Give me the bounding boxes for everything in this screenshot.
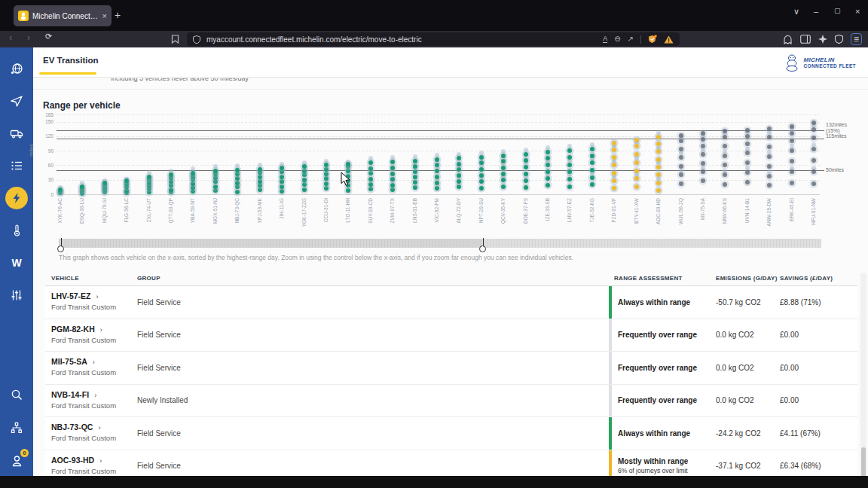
chart-point[interactable] (701, 178, 705, 183)
chart-point[interactable] (745, 170, 750, 175)
chart-point[interactable] (390, 160, 395, 164)
chart-point[interactable] (213, 185, 218, 189)
slider-handle-right[interactable] (479, 238, 487, 255)
chart-point[interactable] (612, 163, 616, 167)
translate-icon[interactable]: A (603, 35, 607, 43)
chart-point[interactable] (501, 166, 506, 170)
sidebar-item-tracking[interactable] (9, 93, 24, 108)
table-row[interactable]: AOC-93-HD›Ford Transit CustomField Servi… (45, 450, 857, 477)
table-row[interactable]: NVB-14-FI›Ford Transit CustomNewly Insta… (45, 385, 857, 418)
chevron-right-icon[interactable]: › (94, 392, 96, 399)
vehicle-cell[interactable]: PGM-82-KH›Ford Transit Custom (51, 325, 116, 344)
table-row[interactable]: PGM-82-KH›Ford Transit CustomField Servi… (45, 319, 857, 352)
ghost-extension-icon[interactable] (783, 35, 793, 44)
chart-point[interactable] (590, 168, 594, 172)
chart-point[interactable] (790, 148, 794, 153)
chevron-right-icon[interactable]: › (96, 293, 99, 300)
chart-point[interactable] (258, 183, 262, 188)
chart-point[interactable] (302, 178, 307, 182)
chart-point[interactable] (324, 181, 329, 186)
chart-point[interactable] (656, 149, 661, 154)
tab-list-icon[interactable]: ∨ (793, 7, 799, 17)
chart-point[interactable] (767, 174, 772, 178)
chart-point[interactable] (390, 188, 395, 192)
new-tab-button[interactable]: + (115, 9, 121, 21)
url-bar[interactable]: myaccount.connectedfleet.michelin.com/el… (187, 32, 680, 46)
minimize-icon[interactable]: – (814, 7, 818, 16)
chart-point[interactable] (634, 144, 639, 148)
chart-point[interactable] (767, 154, 772, 159)
chart-point[interactable] (679, 164, 683, 169)
slider-handle-left[interactable] (57, 238, 65, 255)
chart-point[interactable] (235, 168, 240, 172)
sidebar-toggle-icon[interactable] (800, 35, 811, 44)
chart-point[interactable] (479, 179, 484, 184)
range-scatter-chart[interactable]: 0306090120150165miles (57, 114, 820, 194)
chart-point[interactable] (457, 162, 461, 166)
chart-point[interactable] (413, 164, 417, 169)
window-close-icon[interactable]: × (855, 7, 860, 16)
chart-point[interactable] (435, 169, 439, 173)
chart-point[interactable] (191, 189, 195, 194)
tab-close-icon[interactable]: × (102, 11, 107, 20)
chart-point[interactable] (413, 175, 417, 179)
chart-point[interactable] (590, 154, 594, 158)
chart-point[interactable] (457, 185, 461, 189)
chart-point[interactable] (368, 160, 373, 165)
chart-point[interactable] (811, 127, 816, 132)
sidebar-item-vehicles[interactable] (9, 126, 24, 141)
chart-point[interactable] (790, 159, 794, 163)
chart-point[interactable] (723, 163, 727, 167)
chart-point[interactable] (567, 163, 572, 167)
privacy-badge-shield-icon[interactable] (648, 35, 657, 44)
chart-point[interactable] (767, 164, 772, 169)
chart-point[interactable] (590, 175, 594, 180)
sidebar-account[interactable]: 0 (9, 453, 24, 468)
zoom-out-icon[interactable]: ⊖ (614, 35, 620, 43)
chart-point[interactable] (457, 156, 461, 160)
chart-point[interactable] (811, 158, 816, 163)
chart-point[interactable] (213, 169, 218, 173)
chart-point[interactable] (590, 160, 594, 165)
chart-point[interactable] (191, 185, 195, 190)
chart-point[interactable] (191, 181, 195, 186)
back-icon[interactable]: ‹ (9, 32, 12, 43)
chart-point[interactable] (302, 182, 307, 187)
chart-point[interactable] (524, 158, 528, 163)
chart-point[interactable] (390, 172, 395, 176)
sidebar-item-reports[interactable] (9, 158, 24, 173)
chart-point[interactable] (524, 185, 528, 190)
chart-point[interactable] (745, 142, 750, 146)
chart-point[interactable] (524, 152, 528, 157)
vehicle-cell[interactable]: NVB-14-FI›Ford Transit Custom (51, 390, 116, 410)
reload-icon[interactable]: ⟳ (45, 32, 52, 41)
chart-point[interactable] (368, 182, 373, 187)
share-icon[interactable]: ↗ (628, 35, 634, 43)
chart-point[interactable] (413, 169, 417, 174)
vehicle-cell[interactable]: MII-75-SA›Ford Transit Custom (51, 357, 116, 377)
chart-point[interactable] (701, 152, 705, 157)
chart-point[interactable] (701, 169, 705, 174)
chart-point[interactable] (679, 133, 683, 138)
chart-point[interactable] (213, 188, 218, 193)
chart-point[interactable] (656, 165, 661, 169)
sparkle-extension-icon[interactable] (818, 35, 827, 44)
chart-point[interactable] (811, 181, 816, 186)
chart-point[interactable] (102, 181, 107, 185)
sidebar-item-ev-transition-active[interactable] (5, 187, 28, 209)
chart-point[interactable] (390, 183, 395, 188)
chart-point[interactable] (235, 185, 240, 189)
vehicle-cell[interactable]: LHV-57-EZ›Ford Transit Custom (51, 291, 116, 311)
chart-point[interactable] (346, 162, 350, 166)
chart-point[interactable] (302, 172, 307, 177)
chart-point[interactable] (435, 181, 439, 185)
chart-point[interactable] (479, 173, 484, 178)
chart-point[interactable] (524, 172, 528, 176)
chart-point[interactable] (524, 178, 528, 183)
tracking-shield-icon[interactable] (193, 35, 200, 44)
chart-point[interactable] (612, 178, 616, 183)
bookmark-icon[interactable] (171, 35, 179, 44)
table-row[interactable]: MII-75-SA›Ford Transit CustomField Servi… (45, 352, 857, 385)
chart-point[interactable] (147, 175, 151, 179)
chart-point[interactable] (479, 155, 484, 160)
